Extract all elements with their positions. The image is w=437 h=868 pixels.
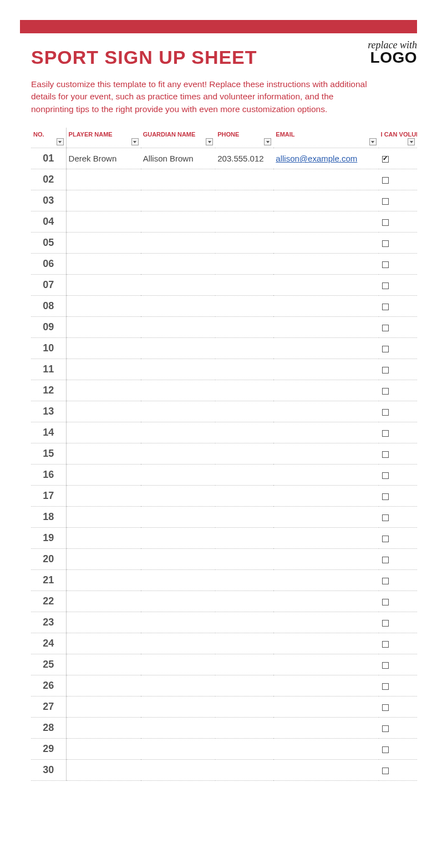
volunteer-checkbox[interactable] [382,367,389,374]
filter-dropdown-icon[interactable] [206,138,213,145]
volunteer-checkbox[interactable] [382,557,389,563]
volunteer-checkbox[interactable] [382,683,389,690]
cell-player[interactable] [66,338,141,359]
cell-player[interactable] [66,570,141,591]
cell-player[interactable] [66,739,141,760]
cell-guardian[interactable] [141,422,216,443]
cell-guardian[interactable] [141,296,216,317]
cell-email[interactable] [273,591,378,612]
cell-player[interactable]: Derek Brown [66,148,141,169]
cell-guardian[interactable] [141,338,216,359]
cell-player[interactable] [66,296,141,317]
cell-phone[interactable] [215,718,273,739]
cell-player[interactable] [66,443,141,465]
volunteer-checkbox[interactable] [382,493,389,500]
cell-phone[interactable] [215,190,273,211]
cell-player[interactable] [66,254,141,275]
cell-email[interactable] [273,697,378,718]
cell-phone[interactable] [215,233,273,254]
cell-guardian[interactable] [141,528,216,549]
email-link[interactable]: allison@example.com [276,154,357,163]
cell-phone[interactable] [215,275,273,296]
cell-phone[interactable] [215,739,273,760]
cell-phone[interactable] [215,591,273,612]
cell-phone[interactable] [215,254,273,275]
cell-guardian[interactable] [141,591,216,612]
cell-email[interactable] [273,675,378,697]
volunteer-checkbox[interactable] [382,662,389,669]
filter-dropdown-icon[interactable] [369,138,377,145]
cell-email[interactable] [273,633,378,654]
cell-email[interactable] [273,296,378,317]
volunteer-checkbox[interactable] [382,641,389,648]
cell-email[interactable] [273,654,378,675]
cell-player[interactable] [66,528,141,549]
cell-guardian[interactable]: Allison Brown [141,148,216,169]
volunteer-checkbox[interactable] [382,768,389,774]
cell-phone[interactable] [215,486,273,507]
cell-guardian[interactable] [141,675,216,697]
cell-phone[interactable] [215,760,273,781]
cell-guardian[interactable] [141,465,216,486]
cell-email[interactable] [273,401,378,422]
filter-dropdown-icon[interactable] [408,138,415,145]
cell-email[interactable]: allison@example.com [273,148,378,169]
cell-phone[interactable] [215,528,273,549]
cell-email[interactable] [273,317,378,338]
cell-email[interactable] [273,380,378,401]
cell-phone[interactable] [215,507,273,528]
cell-guardian[interactable] [141,190,216,211]
cell-email[interactable] [273,211,378,233]
cell-phone[interactable] [215,654,273,675]
cell-phone[interactable] [215,612,273,633]
cell-guardian[interactable] [141,612,216,633]
cell-email[interactable] [273,254,378,275]
filter-dropdown-icon[interactable] [264,138,271,145]
cell-player[interactable] [66,317,141,338]
cell-phone[interactable]: 203.555.012 [215,148,273,169]
cell-guardian[interactable] [141,549,216,570]
cell-player[interactable] [66,612,141,633]
volunteer-checkbox[interactable] [382,472,389,479]
cell-phone[interactable] [215,169,273,190]
cell-email[interactable] [273,528,378,549]
cell-guardian[interactable] [141,760,216,781]
volunteer-checkbox[interactable] [382,514,389,521]
volunteer-checkbox[interactable] [382,746,389,753]
cell-email[interactable] [273,465,378,486]
cell-guardian[interactable] [141,633,216,654]
cell-guardian[interactable] [141,254,216,275]
volunteer-checkbox[interactable] [382,430,389,437]
cell-phone[interactable] [215,697,273,718]
volunteer-checkbox[interactable] [382,620,389,627]
cell-email[interactable] [273,359,378,380]
volunteer-checkbox[interactable] [382,388,389,395]
cell-player[interactable] [66,760,141,781]
volunteer-checkbox[interactable] [382,156,389,163]
volunteer-checkbox[interactable] [382,725,389,732]
cell-email[interactable] [273,739,378,760]
cell-email[interactable] [273,612,378,633]
cell-phone[interactable] [215,380,273,401]
cell-phone[interactable] [215,443,273,465]
cell-phone[interactable] [215,401,273,422]
cell-email[interactable] [273,422,378,443]
cell-phone[interactable] [215,422,273,443]
filter-dropdown-icon[interactable] [131,138,139,145]
cell-guardian[interactable] [141,486,216,507]
volunteer-checkbox[interactable] [382,451,389,458]
cell-email[interactable] [273,443,378,465]
cell-guardian[interactable] [141,718,216,739]
cell-email[interactable] [273,570,378,591]
cell-player[interactable] [66,211,141,233]
cell-player[interactable] [66,465,141,486]
cell-guardian[interactable] [141,697,216,718]
cell-guardian[interactable] [141,359,216,380]
cell-player[interactable] [66,549,141,570]
cell-phone[interactable] [215,296,273,317]
cell-email[interactable] [273,190,378,211]
cell-guardian[interactable] [141,169,216,190]
cell-email[interactable] [273,338,378,359]
cell-phone[interactable] [215,359,273,380]
cell-player[interactable] [66,233,141,254]
